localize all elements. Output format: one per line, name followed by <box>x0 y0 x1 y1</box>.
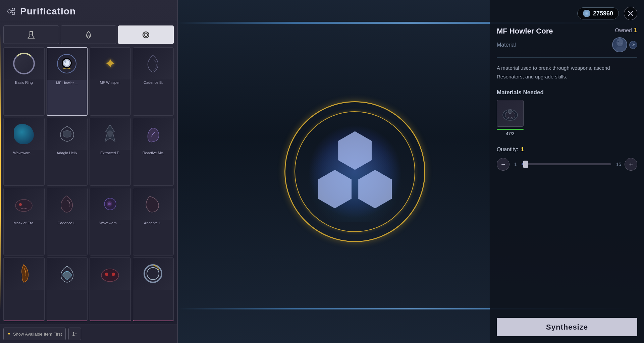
info-panel: MF Howler Core Owned 1 Material <box>490 0 644 343</box>
grid-item-cadence-l[interactable]: Cadence L. <box>47 188 88 255</box>
right-panel: 275960 MF Howler Core Owned 1 Material <box>178 0 644 343</box>
material-count: 47/3 <box>506 131 514 136</box>
item-image-andante <box>133 188 174 220</box>
svg-point-28 <box>508 110 512 114</box>
svg-point-7 <box>144 33 148 37</box>
item-label-reactive: Reactive Me. <box>133 150 174 155</box>
item-label-cadence-l: Cadence L. <box>47 220 88 225</box>
swap-character-button[interactable]: ⟳ <box>629 41 637 49</box>
quantity-decrease-button[interactable]: − <box>497 158 509 171</box>
svg-point-13 <box>107 130 113 137</box>
item-image-iridescent <box>47 258 88 290</box>
grid-item-red-mask[interactable] <box>90 258 131 321</box>
item-label-adagio: Adagio Helix <box>47 150 88 155</box>
item-label-red-mask <box>90 290 130 291</box>
item-image-cadence-l <box>47 188 88 220</box>
gold-star-icon: ✦ <box>104 55 116 72</box>
item-image-ring2 <box>133 258 174 290</box>
tab-flame[interactable] <box>61 25 116 44</box>
grid-item-mf-howler[interactable]: MF Howler ... <box>47 47 88 116</box>
show-available-label: Show Available Item First <box>13 332 62 337</box>
svg-point-6 <box>143 32 149 38</box>
material-progress-fill <box>497 129 524 130</box>
svg-point-15 <box>19 203 22 206</box>
panel-title: Purification <box>20 6 76 17</box>
owned-count: 1 <box>634 27 637 34</box>
type-row: Material ⟳ <box>497 37 637 58</box>
synthesize-button[interactable]: Synthesize <box>497 318 637 336</box>
close-button[interactable] <box>624 7 637 20</box>
item-label-orange-feather <box>4 290 44 291</box>
item-image-adagio <box>47 118 88 150</box>
svg-point-2 <box>12 12 15 15</box>
grid-item-waveworn[interactable]: Waveworn ... <box>3 118 45 185</box>
grid-item-ring2[interactable] <box>133 258 174 321</box>
slider-thumb <box>523 161 528 168</box>
svg-point-17 <box>108 203 111 205</box>
purification-icon <box>7 7 16 16</box>
material-item-1: 47/3 <box>497 100 524 136</box>
item-image-orange-feather <box>4 258 44 290</box>
item-label-iridescent <box>47 290 88 291</box>
item-label-mf-howler: MF Howler ... <box>47 80 87 85</box>
item-description: A material used to break through weapons… <box>497 64 637 81</box>
grid-item-iridescent[interactable] <box>47 258 88 321</box>
sort-num-icon: 1↕ <box>72 331 77 337</box>
accent-bar <box>0 34 1 309</box>
slider-min-label: 1 <box>513 162 518 167</box>
item-image-mf-howler <box>47 48 87 80</box>
grid-item-orange-feather[interactable] <box>3 258 45 321</box>
owned-label: Owned <box>615 27 632 34</box>
quantity-value: 1 <box>521 146 524 153</box>
sort-button[interactable]: ▼ Show Available Item First <box>3 328 66 340</box>
grid-item-mf-whisper[interactable]: ✦ MF Whisper. <box>90 47 131 116</box>
item-label-cadence-b: Cadence B. <box>133 79 174 85</box>
item-label-extracted: Extracted P. <box>90 150 130 155</box>
swap-icon: ⟳ <box>632 43 635 47</box>
svg-point-26 <box>618 41 619 42</box>
slider-max-label: 15 <box>614 162 621 167</box>
currency-amount: 275960 <box>593 10 613 17</box>
item-label-mask: Mask of Ero. <box>4 220 44 225</box>
item-image-reactive <box>133 118 174 150</box>
quantity-increase-button[interactable]: + <box>625 158 637 171</box>
item-image-extracted <box>90 118 130 150</box>
material-progress-bar <box>497 129 524 130</box>
svg-point-14 <box>15 199 32 212</box>
item-image-mf-whisper: ✦ <box>90 48 130 79</box>
item-label-ring2 <box>133 290 174 291</box>
materials-header: Materials Needed <box>497 89 637 96</box>
grid-item-reactive[interactable]: Reactive Me. <box>133 118 174 185</box>
item-label-andante: Andante H. <box>133 220 174 225</box>
central-visual <box>284 101 425 242</box>
tab-bar <box>0 22 177 44</box>
grid-item-cadence-b[interactable]: Cadence B. <box>133 47 174 116</box>
item-image-waveworn2 <box>90 188 130 220</box>
owned-row: Owned 1 <box>615 27 637 34</box>
chevron-down-icon: ▼ <box>7 332 11 336</box>
quantity-label: Quantity: <box>497 147 518 153</box>
currency-icon <box>583 10 590 17</box>
item-name-group: MF Howler Core <box>497 27 553 36</box>
grid-item-extracted[interactable]: Extracted P. <box>90 118 131 185</box>
grid-item-waveworn2[interactable]: Waveworn ... <box>90 188 131 255</box>
item-label-basic-ring: Basic Ring <box>4 79 44 85</box>
tab-ring[interactable] <box>118 25 174 44</box>
sort-num-button[interactable]: 1↕ <box>68 328 81 340</box>
grid-item-adagio[interactable]: Adagio Helix <box>47 118 88 185</box>
item-name: MF Howler Core <box>497 27 553 36</box>
grid-item-basic-ring[interactable]: Basic Ring <box>3 47 45 116</box>
grid-item-andante[interactable]: Andante H. <box>133 188 174 255</box>
panel-header: Purification <box>0 0 177 22</box>
grid-item-mask[interactable]: Mask of Ero. <box>3 188 45 255</box>
item-image-mask <box>4 188 44 220</box>
item-label-waveworn2: Waveworn ... <box>90 220 130 225</box>
item-image-cadence-b <box>133 48 174 79</box>
avatar <box>612 37 627 52</box>
quantity-slider[interactable] <box>522 163 611 165</box>
svg-point-12 <box>64 61 66 63</box>
tab-flask[interactable] <box>3 25 59 44</box>
bottom-bar: ▼ Show Available Item First 1↕ <box>0 325 177 343</box>
info-top-row: MF Howler Core Owned 1 <box>497 27 637 36</box>
item-image-basic-ring <box>4 48 44 79</box>
